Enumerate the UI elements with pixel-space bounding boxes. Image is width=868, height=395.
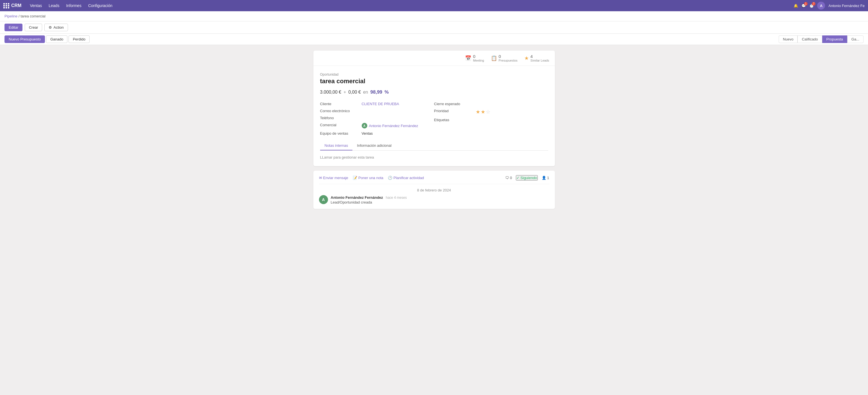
menu-informes[interactable]: Informes — [63, 2, 84, 9]
menu-configuracion[interactable]: Configuración — [85, 2, 115, 9]
revenue-extra: 0,00 € — [348, 90, 361, 95]
prioridad-label: Prioridad — [434, 109, 473, 113]
status-bar: Nuevo Presupuesto Ganado Perdido Nuevo C… — [0, 34, 868, 45]
etiquetas-field: Etiquetas — [434, 118, 548, 122]
stage-ganado[interactable]: Ga... — [847, 35, 864, 43]
stage-pipeline: Nuevo Calificado Propuesta Ga... — [779, 35, 864, 43]
nuevo-presupuesto-button[interactable]: Nuevo Presupuesto — [4, 35, 45, 43]
equipo-field: Equipo de ventas Ventas — [320, 131, 434, 136]
chatter-avatar: A — [319, 195, 328, 204]
right-fields: Cierre esperado Prioridad ★ ★ ☆ Etiqueta… — [434, 102, 548, 136]
note-icon: 📝 — [353, 176, 357, 180]
calendar-icon: 📅 — [465, 55, 471, 61]
gear-icon: ⚙ — [49, 25, 52, 30]
cliente-field: Cliente CLIENTE DE PRUEBA — [320, 102, 434, 106]
opportunity-title: tarea comercial — [320, 78, 548, 85]
equipo-value: Ventas — [362, 131, 373, 136]
brand-label: CRM — [11, 3, 21, 8]
cliente-value[interactable]: CLIENTE DE PRUEBA — [362, 102, 399, 106]
document-icon: 📋 — [491, 55, 497, 61]
revenue-plus: + — [343, 90, 346, 95]
menu-leads[interactable]: Leads — [46, 2, 62, 9]
breadcrumb: Pipeline / tarea comercial — [0, 11, 868, 21]
chatter-content: Antonio Fernández Fernández hace 4 meses… — [331, 195, 549, 204]
clock-icon: 🕐 — [388, 176, 392, 180]
chatter: ✉ Enviar mensaje 📝 Poner una nota 🕐 Plan… — [313, 171, 555, 209]
presupuestos-label: Presupuestos — [499, 59, 518, 62]
telefono-field: Teléfono — [320, 116, 434, 120]
card-stats: 📅 0 Meeting 📋 0 Presupuestos ★ 4 Similar… — [313, 51, 555, 66]
stage-nuevo[interactable]: Nuevo — [779, 35, 798, 43]
cliente-label: Cliente — [320, 102, 360, 106]
create-button[interactable]: Crear — [25, 24, 42, 31]
meeting-stat[interactable]: 📅 0 Meeting — [465, 54, 484, 62]
send-message-button[interactable]: ✉ Enviar mensaje — [319, 176, 348, 180]
comercial-field: Comercial A Antonio Fernández Fernández — [320, 123, 434, 129]
brand[interactable]: CRM — [3, 3, 21, 8]
star-3[interactable]: ☆ — [486, 109, 490, 115]
comercial-value[interactable]: Antonio Fernández Fernández — [369, 124, 418, 128]
main-content: 📅 0 Meeting 📋 0 Presupuestos ★ 4 Similar… — [0, 45, 868, 215]
similar-leads-count: 4 — [530, 54, 549, 59]
tab-informacion-adicional[interactable]: Información adicional — [352, 141, 396, 150]
action-button[interactable]: ⚙ Action — [44, 24, 68, 31]
comercial-row: A Antonio Fernández Fernández — [362, 123, 418, 129]
edit-button[interactable]: Editar — [4, 24, 23, 31]
topnav-menu: Ventas Leads Informes Configuración — [27, 2, 115, 9]
revenue-row: 3.000,00 € + 0,00 € en 98,99 % — [320, 89, 548, 95]
similar-leads-stat[interactable]: ★ 4 Similar Leads — [524, 54, 549, 62]
star-icon: ★ — [524, 55, 529, 61]
ganado-button[interactable]: Ganado — [46, 35, 67, 43]
messages-badge: 1 — [804, 2, 808, 6]
meeting-count: 0 — [473, 54, 484, 59]
cierre-label: Cierre esperado — [434, 102, 473, 106]
prioridad-field: Prioridad ★ ★ ☆ — [434, 109, 548, 115]
check-icon: ✓ — [517, 176, 520, 180]
telefono-label: Teléfono — [320, 116, 360, 120]
topnav-right: 🔔 💬1 ⏱️7 A Antonio Fernández Fe — [794, 2, 865, 9]
comercial-avatar: A — [362, 123, 367, 129]
plan-activity-button[interactable]: 🕐 Planificar actividad — [388, 176, 424, 180]
chatter-date: 8 de febrero de 2024 — [319, 184, 549, 195]
notes-text: LLamar para gestionar esta tarea — [320, 155, 548, 160]
chatter-entry: A Antonio Fernández Fernández hace 4 mes… — [319, 195, 549, 204]
chatter-message: Lead/Oportunidad creada — [331, 200, 549, 204]
presupuestos-stat[interactable]: 📋 0 Presupuestos — [491, 54, 518, 62]
stage-propuesta[interactable]: Propuesta — [822, 35, 847, 43]
star-1[interactable]: ★ — [476, 109, 480, 115]
messages-icon[interactable]: 💬1 — [801, 4, 806, 8]
breadcrumb-current: tarea comercial — [21, 14, 45, 18]
chatter-time: hace 4 meses — [386, 196, 407, 200]
opportunity-card: 📅 0 Meeting 📋 0 Presupuestos ★ 4 Similar… — [313, 51, 555, 166]
revenue-en: en — [363, 90, 368, 95]
followers-count: 👤 1 — [542, 176, 549, 180]
perdido-button[interactable]: Perdido — [68, 35, 90, 43]
fields-grid: Cliente CLIENTE DE PRUEBA Correo electró… — [320, 102, 548, 136]
message-icon: ✉ — [319, 176, 322, 180]
menu-ventas[interactable]: Ventas — [27, 2, 45, 9]
comercial-label: Comercial — [320, 123, 360, 127]
revenue-main: 3.000,00 € — [320, 90, 341, 95]
correo-field: Correo electrónico — [320, 109, 434, 113]
topnav: CRM Ventas Leads Informes Configuración … — [0, 0, 868, 11]
opportunity-label: Oportunidad — [320, 73, 548, 77]
stage-calificado[interactable]: Calificado — [798, 35, 822, 43]
similar-leads-label: Similar Leads — [530, 59, 549, 62]
user-name: Antonio Fernández Fe — [828, 4, 865, 8]
chatter-right: 🗨 0 ✓ Siguiendo 👤 1 — [505, 175, 549, 180]
following-button[interactable]: ✓ Siguiendo — [516, 175, 537, 180]
add-note-button[interactable]: 📝 Poner una nota — [353, 176, 383, 180]
notifications-icon[interactable]: 🔔 — [794, 4, 798, 8]
chatter-author-row: Antonio Fernández Fernández hace 4 meses — [331, 195, 549, 200]
comments-count: 🗨 0 — [505, 176, 512, 180]
chatter-actions: ✉ Enviar mensaje 📝 Poner una nota 🕐 Plan… — [319, 175, 549, 184]
correo-label: Correo electrónico — [320, 109, 360, 113]
user-avatar[interactable]: A — [817, 2, 825, 9]
etiquetas-label: Etiquetas — [434, 118, 473, 122]
tab-notas-internas[interactable]: Notas internas — [320, 141, 353, 150]
priority-stars[interactable]: ★ ★ ☆ — [476, 109, 490, 115]
grid-icon — [3, 3, 9, 8]
star-2[interactable]: ★ — [481, 109, 485, 115]
timer-icon[interactable]: ⏱️7 — [809, 4, 814, 8]
breadcrumb-parent[interactable]: Pipeline — [4, 14, 18, 18]
